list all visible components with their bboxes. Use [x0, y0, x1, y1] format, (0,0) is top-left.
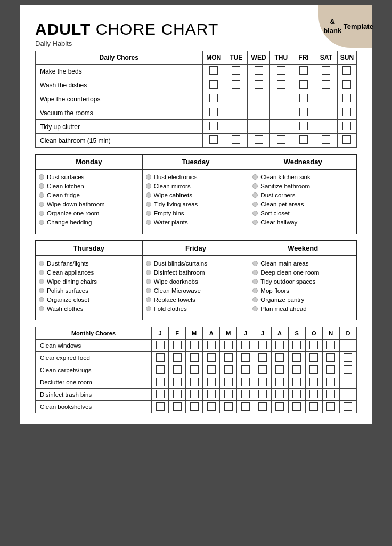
- checkbox[interactable]: [258, 365, 267, 374]
- monthly-checkbox-cell[interactable]: [322, 364, 339, 376]
- monthly-checkbox-cell[interactable]: [169, 401, 186, 413]
- checkbox[interactable]: [156, 378, 165, 386]
- checkbox[interactable]: [344, 390, 352, 398]
- monthly-checkbox-cell[interactable]: [186, 340, 203, 352]
- checkbox[interactable]: [344, 378, 352, 386]
- checkbox[interactable]: [326, 402, 335, 411]
- checkbox[interactable]: [299, 80, 308, 89]
- monthly-checkbox-cell[interactable]: [288, 364, 305, 376]
- daily-checkbox-cell[interactable]: [202, 92, 225, 106]
- checkbox[interactable]: [322, 122, 330, 130]
- checkbox[interactable]: [207, 402, 216, 411]
- daily-checkbox-cell[interactable]: [247, 120, 270, 134]
- monthly-checkbox-cell[interactable]: [271, 376, 288, 389]
- checkbox[interactable]: [309, 365, 318, 374]
- checkbox[interactable]: [207, 378, 216, 386]
- monthly-checkbox-cell[interactable]: [305, 340, 322, 352]
- checkbox[interactable]: [224, 402, 233, 411]
- checkbox[interactable]: [255, 94, 263, 102]
- checkbox[interactable]: [309, 390, 318, 398]
- monthly-checkbox-cell[interactable]: [288, 401, 305, 413]
- monthly-checkbox-cell[interactable]: [169, 364, 186, 376]
- daily-checkbox-cell[interactable]: [337, 78, 356, 92]
- checkbox[interactable]: [275, 378, 284, 386]
- monthly-checkbox-cell[interactable]: [254, 364, 271, 376]
- checkbox[interactable]: [255, 122, 263, 130]
- checkbox[interactable]: [258, 378, 267, 386]
- checkbox[interactable]: [275, 353, 284, 362]
- monthly-checkbox-cell[interactable]: [322, 389, 339, 401]
- checkbox[interactable]: [241, 365, 250, 374]
- monthly-checkbox-cell[interactable]: [169, 352, 186, 364]
- monthly-checkbox-cell[interactable]: [169, 376, 186, 389]
- monthly-checkbox-cell[interactable]: [322, 401, 339, 413]
- daily-checkbox-cell[interactable]: [202, 134, 225, 148]
- checkbox[interactable]: [326, 365, 335, 374]
- daily-checkbox-cell[interactable]: [270, 134, 292, 148]
- checkbox[interactable]: [299, 94, 308, 102]
- checkbox[interactable]: [241, 353, 250, 362]
- monthly-checkbox-cell[interactable]: [220, 401, 237, 413]
- monthly-checkbox-cell[interactable]: [237, 389, 254, 401]
- monthly-checkbox-cell[interactable]: [305, 352, 322, 364]
- checkbox[interactable]: [258, 390, 267, 398]
- checkbox[interactable]: [275, 341, 284, 349]
- daily-checkbox-cell[interactable]: [315, 65, 337, 78]
- checkbox[interactable]: [241, 402, 250, 411]
- monthly-checkbox-cell[interactable]: [322, 340, 339, 352]
- monthly-checkbox-cell[interactable]: [271, 364, 288, 376]
- checkbox[interactable]: [241, 390, 250, 398]
- monthly-checkbox-cell[interactable]: [151, 364, 168, 376]
- checkbox[interactable]: [232, 80, 240, 89]
- monthly-checkbox-cell[interactable]: [203, 401, 220, 413]
- monthly-checkbox-cell[interactable]: [220, 376, 237, 389]
- checkbox[interactable]: [173, 390, 182, 398]
- checkbox[interactable]: [232, 122, 240, 130]
- monthly-checkbox-cell[interactable]: [254, 389, 271, 401]
- checkbox[interactable]: [173, 365, 182, 374]
- monthly-checkbox-cell[interactable]: [151, 340, 168, 352]
- monthly-checkbox-cell[interactable]: [220, 364, 237, 376]
- daily-checkbox-cell[interactable]: [225, 92, 247, 106]
- checkbox[interactable]: [292, 390, 301, 398]
- monthly-checkbox-cell[interactable]: [271, 401, 288, 413]
- monthly-checkbox-cell[interactable]: [151, 401, 168, 413]
- checkbox[interactable]: [190, 353, 199, 362]
- checkbox[interactable]: [309, 402, 318, 411]
- checkbox[interactable]: [292, 378, 301, 386]
- monthly-checkbox-cell[interactable]: [220, 352, 237, 364]
- checkbox[interactable]: [292, 402, 301, 411]
- daily-checkbox-cell[interactable]: [337, 134, 356, 148]
- daily-checkbox-cell[interactable]: [270, 120, 292, 134]
- daily-checkbox-cell[interactable]: [270, 92, 292, 106]
- checkbox[interactable]: [173, 378, 182, 386]
- monthly-checkbox-cell[interactable]: [237, 340, 254, 352]
- checkbox[interactable]: [277, 80, 285, 89]
- monthly-checkbox-cell[interactable]: [288, 340, 305, 352]
- checkbox[interactable]: [277, 66, 285, 75]
- checkbox[interactable]: [344, 365, 352, 374]
- monthly-checkbox-cell[interactable]: [322, 352, 339, 364]
- monthly-checkbox-cell[interactable]: [288, 352, 305, 364]
- monthly-checkbox-cell[interactable]: [339, 401, 356, 413]
- daily-checkbox-cell[interactable]: [270, 65, 292, 78]
- checkbox[interactable]: [156, 402, 165, 411]
- checkbox[interactable]: [190, 402, 199, 411]
- daily-checkbox-cell[interactable]: [315, 92, 337, 106]
- daily-checkbox-cell[interactable]: [202, 106, 225, 120]
- checkbox[interactable]: [190, 390, 199, 398]
- checkbox[interactable]: [326, 341, 335, 349]
- daily-checkbox-cell[interactable]: [315, 120, 337, 134]
- checkbox[interactable]: [224, 353, 233, 362]
- checkbox[interactable]: [255, 108, 263, 116]
- checkbox[interactable]: [326, 390, 335, 398]
- daily-checkbox-cell[interactable]: [292, 92, 315, 106]
- daily-checkbox-cell[interactable]: [202, 120, 225, 134]
- checkbox[interactable]: [224, 365, 233, 374]
- monthly-checkbox-cell[interactable]: [151, 352, 168, 364]
- checkbox[interactable]: [156, 353, 165, 362]
- checkbox[interactable]: [322, 135, 330, 144]
- checkbox[interactable]: [156, 365, 165, 374]
- daily-checkbox-cell[interactable]: [225, 78, 247, 92]
- checkbox[interactable]: [156, 390, 165, 398]
